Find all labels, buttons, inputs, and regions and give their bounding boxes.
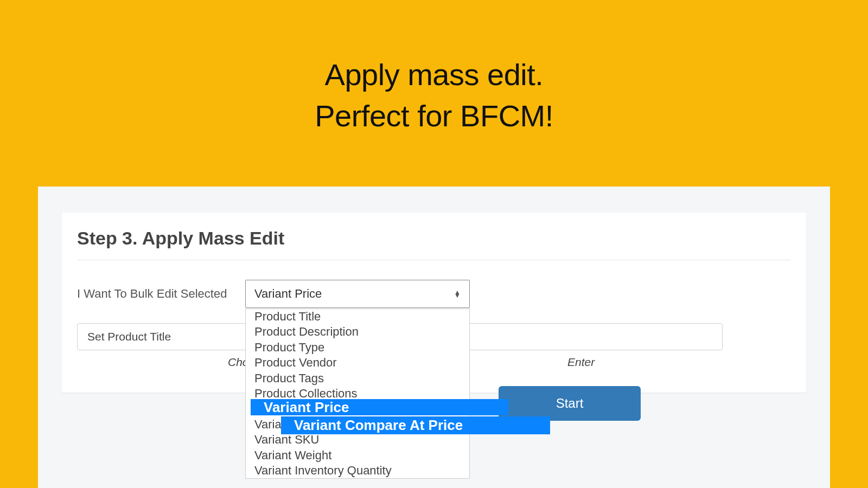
dropdown-item[interactable]: Product Description (246, 324, 469, 339)
hint-enter: Enter (567, 356, 595, 369)
card-title: Step 3. Apply Mass Edit (77, 228, 791, 260)
panel-outer: Step 3. Apply Mass Edit I Want To Bulk E… (38, 187, 830, 488)
dropdown-list[interactable]: Product Title Product Description Produc… (245, 309, 470, 479)
highlight-variant-price[interactable]: Variant Price (251, 399, 508, 415)
dropdown-item[interactable]: Variant Weight (246, 448, 469, 463)
dropdown-item[interactable]: Product Type (246, 340, 469, 355)
dropdown-item[interactable]: Product Tags (246, 371, 469, 386)
highlight-variant-compare[interactable]: Variant Compare At Price (281, 416, 550, 434)
mass-edit-card: Step 3. Apply Mass Edit I Want To Bulk E… (62, 213, 806, 393)
dropdown-item[interactable]: Product Vendor (246, 355, 469, 370)
dropdown-item[interactable]: Product Title (246, 309, 469, 324)
select-display[interactable]: Variant Price ▲▼ (245, 280, 470, 308)
page-headline: Apply mass edit. Perfect for BFCM! (0, 0, 868, 136)
dropdown-item[interactable]: Variant Inventory Quantity (246, 463, 469, 478)
field-select[interactable]: Variant Price ▲▼ Product Title Product D… (245, 280, 470, 308)
sort-icon: ▲▼ (454, 291, 461, 297)
row-select: I Want To Bulk Edit Selected Variant Pri… (77, 280, 791, 308)
start-button[interactable]: Start (499, 386, 641, 421)
headline-line1: Apply mass edit. (325, 57, 544, 92)
dropdown-item[interactable]: Variant SKU (246, 432, 469, 447)
headline-line2: Perfect for BFCM! (315, 99, 553, 133)
bulk-edit-label: I Want To Bulk Edit Selected (77, 287, 245, 301)
select-value: Variant Price (254, 287, 322, 301)
